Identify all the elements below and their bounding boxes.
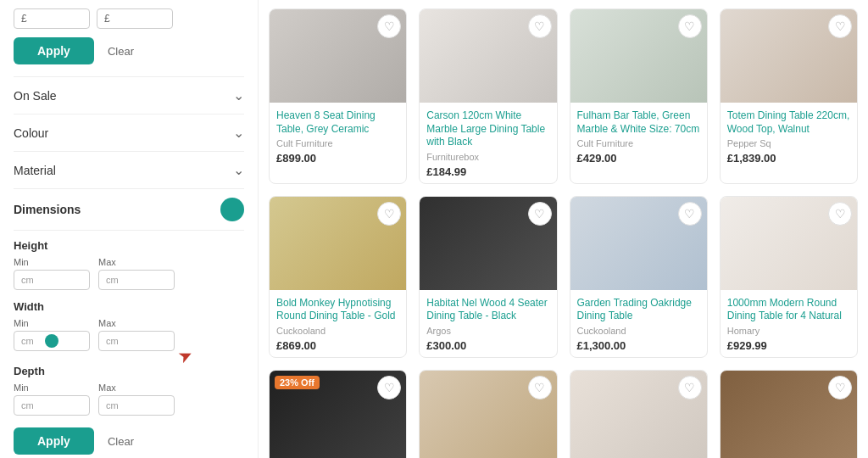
product-price: £929.99 — [727, 339, 850, 352]
height-min-cm: cm — [21, 275, 34, 285]
dim-clear-button[interactable]: Clear — [104, 428, 137, 455]
product-name[interactable]: Totem Dining Table 220cm, Wood Top, Waln… — [727, 109, 850, 136]
product-brand: Argos — [426, 326, 549, 336]
wishlist-button[interactable]: ♡ — [828, 14, 852, 38]
product-name[interactable]: Garden Trading Oakridge Dining Table — [577, 297, 700, 323]
sale-badge: 23% Off — [275, 376, 320, 389]
product-name[interactable]: Heaven 8 Seat Dining Table, Grey Ceramic — [276, 109, 399, 136]
depth-max-cm: cm — [106, 400, 119, 411]
product-brand: Homary — [727, 326, 850, 336]
product-image: ♡ — [420, 197, 556, 290]
dimensions-toggle[interactable] — [220, 198, 244, 221]
price-range: £ £ — [14, 8, 244, 29]
wishlist-button[interactable]: ♡ — [528, 14, 552, 38]
product-info: Fulham Bar Table, Green Marble & White S… — [570, 103, 707, 170]
product-card: ♡Bold Monkey Hypnotising Round Dining Ta… — [269, 196, 407, 358]
width-max-col: Max cm ➤ — [98, 318, 175, 351]
product-name[interactable]: 1000mm Modern Round Dining Table for 4 N… — [727, 297, 850, 323]
product-info: Garden Trading Oakridge Dining TableCuck… — [570, 290, 707, 357]
product-brand: Cult Furniture — [577, 138, 700, 148]
product-name[interactable]: Fulham Bar Table, Green Marble & White S… — [577, 109, 700, 136]
price-clear-button[interactable]: Clear — [104, 38, 137, 64]
height-label: Height — [14, 239, 244, 252]
width-max-cm: cm — [106, 336, 119, 346]
product-card: ♡Garden Trading Oakridge Dining TableCuc… — [570, 196, 708, 358]
price-apply-button[interactable]: Apply — [14, 37, 94, 64]
wishlist-button[interactable]: ♡ — [528, 202, 552, 226]
wishlist-button[interactable]: ♡ — [678, 14, 702, 38]
product-image: ♡ — [570, 371, 707, 458]
width-min-input[interactable]: cm — [14, 331, 90, 351]
depth-min-col: Min cm — [14, 383, 90, 416]
product-info: Carson 120cm White Marble Large Dining T… — [420, 103, 556, 183]
product-card: ♡X-Base Dining Table — [570, 370, 708, 458]
wishlist-button[interactable]: ♡ — [678, 202, 702, 226]
on-sale-header[interactable]: On Sale ⌄ — [14, 87, 244, 103]
material-header[interactable]: Material ⌄ — [14, 162, 244, 178]
colour-section: Colour ⌄ — [14, 114, 244, 151]
product-name[interactable]: Habitat Nel Wood 4 Seater Dining Table -… — [426, 297, 549, 323]
on-sale-section: On Sale ⌄ — [14, 76, 244, 114]
width-max-label: Max — [98, 318, 175, 328]
depth-inputs: Min cm Max cm — [14, 383, 244, 416]
height-min-input[interactable]: cm — [14, 270, 90, 290]
product-image: ♡ — [721, 9, 857, 103]
depth-max-label: Max — [98, 383, 175, 393]
product-image: ♡ — [270, 9, 406, 103]
dim-apply-button[interactable]: Apply — [14, 427, 94, 455]
wishlist-button[interactable]: ♡ — [678, 376, 702, 399]
product-price: £1,839.00 — [727, 152, 850, 165]
wishlist-button[interactable]: ♡ — [377, 202, 401, 226]
depth-min-input[interactable]: cm — [14, 395, 90, 416]
price-max-currency: £ — [104, 13, 110, 25]
height-min-label: Min — [14, 257, 90, 267]
product-image: ♡ — [721, 197, 857, 290]
product-card: ♡Oval Dining Table Natural — [419, 370, 557, 458]
dimensions-inputs: Height Min cm Max cm — [14, 230, 244, 458]
height-max-input[interactable]: cm — [98, 270, 175, 290]
product-grid: ♡Heaven 8 Seat Dining Table, Grey Cerami… — [269, 0, 858, 458]
product-image: ♡ — [570, 9, 707, 103]
product-card: ♡Carson 120cm White Marble Large Dining … — [419, 8, 557, 184]
dimensions-section[interactable]: Dimensions — [14, 188, 244, 230]
product-info: Habitat Nel Wood 4 Seater Dining Table -… — [420, 290, 556, 357]
product-card: ♡1000mm Modern Round Dining Table for 4 … — [720, 196, 858, 358]
depth-min-cm: cm — [21, 400, 34, 411]
on-sale-chevron: ⌄ — [233, 87, 244, 103]
product-price: £1,300.00 — [577, 339, 700, 352]
product-card: ♡Heaven 8 Seat Dining Table, Grey Cerami… — [269, 8, 407, 184]
height-group: Height Min cm Max cm — [14, 239, 244, 290]
depth-label: Depth — [14, 365, 244, 377]
product-image: ♡ — [420, 9, 556, 103]
width-inputs: Min cm Max cm ➤ — [14, 318, 244, 351]
width-max-input[interactable]: cm ➤ — [98, 331, 175, 351]
colour-label: Colour — [14, 126, 48, 140]
product-card: ♡23% Off23% Off Round Dining Table — [269, 370, 407, 458]
product-brand: Cuckooland — [577, 326, 700, 336]
product-name[interactable]: Carson 120cm White Marble Large Dining T… — [426, 109, 549, 149]
depth-min-label: Min — [14, 383, 90, 393]
width-slider-dot — [45, 334, 58, 348]
width-min-label: Min — [14, 318, 90, 328]
product-card: ♡Dark Wood Rectangular Dining Table — [720, 370, 858, 458]
product-brand: Cuckooland — [276, 326, 399, 336]
price-min-currency: £ — [21, 13, 27, 25]
product-list: ♡Heaven 8 Seat Dining Table, Grey Cerami… — [259, 0, 868, 458]
width-label: Width — [14, 300, 244, 313]
product-info: Totem Dining Table 220cm, Wood Top, Waln… — [721, 103, 857, 170]
wishlist-button[interactable]: ♡ — [828, 376, 852, 399]
product-name[interactable]: Bold Monkey Hypnotising Round Dining Tab… — [276, 297, 399, 323]
depth-max-input[interactable]: cm — [98, 395, 175, 416]
product-card: ♡Totem Dining Table 220cm, Wood Top, Wal… — [720, 8, 858, 184]
colour-header[interactable]: Colour ⌄ — [14, 125, 244, 141]
wishlist-button[interactable]: ♡ — [528, 376, 552, 399]
price-max-input[interactable]: £ — [97, 8, 173, 29]
product-price: £429.00 — [577, 152, 700, 165]
product-card: ♡Fulham Bar Table, Green Marble & White … — [570, 8, 708, 184]
height-inputs: Min cm Max cm — [14, 257, 244, 290]
width-group: Width Min cm Max cm ➤ — [14, 300, 244, 351]
material-chevron: ⌄ — [233, 162, 244, 178]
wishlist-button[interactable]: ♡ — [828, 202, 852, 226]
price-apply-row: Apply Clear — [14, 37, 244, 64]
price-min-input[interactable]: £ — [14, 8, 90, 29]
